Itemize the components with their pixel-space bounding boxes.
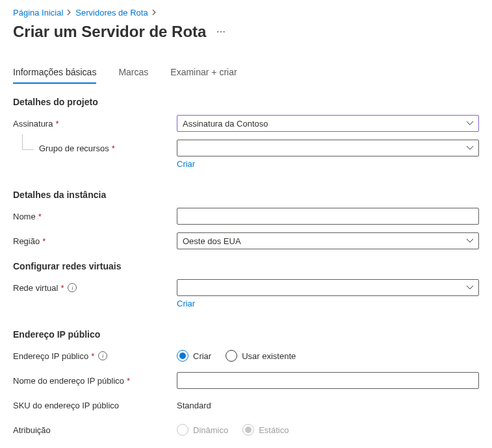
chevron-right-icon — [67, 9, 71, 17]
tab-basics[interactable]: Informações básicas — [13, 67, 96, 84]
resource-group-select[interactable] — [177, 140, 479, 156]
radio-create-new[interactable]: Criar — [177, 350, 211, 362]
section-project-details: Detalhes do projeto — [13, 97, 479, 107]
radio-static: Estático — [242, 424, 289, 436]
more-icon[interactable]: ⋯ — [216, 27, 226, 37]
breadcrumb-route-servers[interactable]: Servidores de Rota — [75, 8, 148, 18]
radio-use-existing-label: Usar existente — [242, 351, 296, 361]
label-region: Região — [13, 236, 40, 246]
create-vnet-link[interactable]: Criar — [177, 299, 195, 308]
subscription-select[interactable]: Assinatura da Contoso — [177, 115, 479, 132]
page-title: Criar um Servidor de Rota — [13, 23, 206, 41]
assignment-radio-group: Dinâmico Estático — [177, 424, 479, 436]
radio-dynamic: Dinâmico — [177, 424, 228, 436]
label-vnet: Rede virtual — [13, 283, 58, 293]
vnet-select[interactable] — [177, 279, 479, 296]
radio-icon — [242, 424, 254, 436]
region-value: Oeste dos EUA — [183, 236, 241, 246]
radio-icon — [226, 350, 237, 362]
radio-use-existing[interactable]: Usar existente — [226, 350, 296, 362]
required-mark: * — [127, 376, 130, 386]
label-public-ip-name: Nome do endereço IP público — [13, 376, 124, 386]
required-mark: * — [60, 283, 64, 293]
section-instance-details: Detalhes da instância — [13, 190, 479, 200]
required-mark: * — [91, 351, 94, 361]
required-mark: * — [38, 212, 42, 221]
label-assignment: Atribuição — [13, 425, 51, 435]
radio-icon — [177, 350, 188, 362]
required-mark: * — [42, 236, 45, 246]
required-mark: * — [55, 119, 58, 129]
public-ip-sku-value: Standard — [177, 401, 211, 410]
subscription-value: Assinatura da Contoso — [183, 119, 268, 129]
label-name: Nome — [13, 212, 36, 221]
public-ip-radio-group: Criar Usar existente — [177, 350, 479, 362]
name-input[interactable] — [177, 208, 479, 225]
label-subscription: Assinatura — [13, 119, 53, 129]
radio-static-label: Estático — [259, 425, 289, 435]
chevron-right-icon — [152, 9, 157, 17]
label-public-ip-sku: SKU do endereço IP público — [13, 401, 119, 410]
indent-line — [22, 134, 34, 150]
label-resource-group: Grupo de recursos — [39, 143, 109, 153]
tabs: Informações básicas Marcas Examinar + cr… — [13, 67, 479, 84]
required-mark: * — [112, 143, 115, 153]
create-resource-group-link[interactable]: Criar — [177, 159, 195, 169]
tab-tags[interactable]: Marcas — [118, 67, 148, 84]
radio-dynamic-label: Dinâmico — [193, 425, 228, 435]
breadcrumb-home[interactable]: Página Inicial — [13, 8, 63, 18]
info-icon[interactable]: i — [68, 283, 77, 292]
section-configure-vnets: Configurar redes virtuais — [13, 261, 479, 271]
region-select[interactable]: Oeste dos EUA — [177, 232, 479, 249]
radio-create-new-label: Criar — [193, 351, 211, 361]
info-icon[interactable]: i — [98, 351, 107, 360]
section-public-ip: Endereço IP público — [13, 329, 479, 340]
radio-icon — [177, 424, 188, 436]
tab-review[interactable]: Examinar + criar — [170, 67, 237, 84]
breadcrumb: Página Inicial Servidores de Rota — [13, 8, 479, 18]
public-ip-name-input[interactable] — [177, 372, 479, 389]
label-public-ip: Endereço IP público — [13, 351, 88, 361]
